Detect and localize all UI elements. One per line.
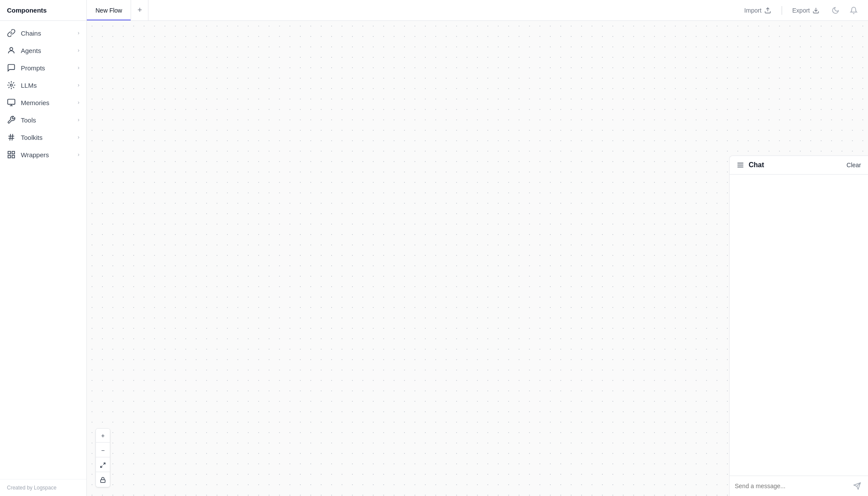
zoom-out-button[interactable]: − (96, 443, 110, 457)
app-header: Components New Flow + Import Export (0, 0, 868, 21)
notifications-button[interactable] (848, 5, 859, 16)
components-title: Components (0, 0, 87, 20)
canvas-controls: + − (95, 428, 110, 487)
zoom-in-button[interactable]: + (96, 429, 110, 443)
upload-icon (764, 7, 771, 14)
sidebar-items: Chains › Agents › (0, 21, 86, 479)
llms-icon (7, 81, 16, 89)
wrappers-chevron: › (78, 152, 79, 158)
llms-label: LLMs (21, 82, 72, 89)
svg-rect-11 (12, 155, 15, 158)
toolkits-icon (7, 133, 16, 142)
dark-mode-button[interactable] (830, 5, 841, 16)
import-button[interactable]: Import (741, 5, 775, 16)
import-label: Import (744, 7, 762, 14)
lock-icon (100, 477, 106, 483)
add-tab-button[interactable]: + (131, 0, 148, 20)
sidebar-item-prompts[interactable]: Prompts › (0, 59, 86, 76)
sidebar-item-llms[interactable]: LLMs › (0, 76, 86, 94)
svg-rect-12 (8, 155, 11, 158)
fit-icon (100, 462, 106, 468)
chat-send-button[interactable] (852, 480, 863, 492)
wrappers-label: Wrappers (21, 151, 72, 159)
zoom-out-label: − (101, 447, 105, 454)
wrappers-icon (7, 150, 16, 159)
bell-icon (850, 7, 858, 14)
toolkits-chevron: › (78, 134, 79, 140)
tools-chevron: › (78, 117, 79, 123)
sidebar: Chains › Agents › (0, 21, 87, 496)
chat-input[interactable] (735, 483, 848, 489)
svg-rect-4 (8, 99, 15, 105)
chat-title: Chat (749, 161, 764, 169)
chat-header: Chat Clear (730, 156, 868, 175)
main-layout: Chains › Agents › (0, 21, 868, 496)
chains-label: Chains (21, 30, 72, 37)
tab-new-flow[interactable]: New Flow (87, 0, 131, 20)
chat-header-left: Chat (736, 161, 764, 169)
export-button[interactable]: Export (789, 5, 823, 16)
toolkits-label: Toolkits (21, 134, 72, 141)
canvas-area[interactable]: + − (87, 21, 868, 496)
lock-button[interactable] (96, 473, 110, 487)
sidebar-item-chains[interactable]: Chains › (0, 24, 86, 42)
zoom-in-label: + (101, 432, 105, 439)
prompts-chevron: › (78, 65, 79, 71)
tools-label: Tools (21, 116, 72, 124)
prompts-label: Prompts (21, 64, 72, 72)
svg-point-2 (10, 47, 13, 50)
sidebar-item-agents[interactable]: Agents › (0, 42, 86, 59)
agents-chevron: › (78, 47, 79, 53)
sidebar-item-tools[interactable]: Tools › (0, 111, 86, 129)
svg-line-8 (12, 134, 13, 141)
prompts-icon (7, 63, 16, 72)
tools-icon (7, 116, 16, 124)
svg-point-3 (10, 84, 13, 86)
components-label: Components (7, 7, 47, 14)
export-label: Export (792, 7, 810, 14)
header-actions: Import Export (732, 5, 868, 16)
sidebar-item-toolkits[interactable]: Toolkits › (0, 129, 86, 146)
llms-chevron: › (78, 82, 79, 88)
svg-rect-9 (8, 152, 11, 154)
svg-rect-15 (101, 479, 105, 482)
chains-icon (7, 29, 16, 37)
menu-lines-icon (736, 161, 744, 169)
fit-button[interactable] (96, 458, 110, 472)
tab-label: New Flow (95, 7, 122, 14)
tabs-area: New Flow + (87, 0, 732, 20)
chat-clear-button[interactable]: Clear (847, 162, 861, 169)
chains-chevron: › (78, 30, 79, 36)
moon-icon (832, 7, 839, 14)
memories-icon (7, 98, 16, 107)
chat-panel: Chat Clear (729, 155, 868, 496)
svg-line-7 (10, 134, 11, 141)
chat-input-area (730, 476, 868, 496)
footer-label: Created by Logspace (7, 485, 56, 491)
download-icon (812, 7, 819, 14)
header-divider (782, 6, 782, 15)
sidebar-footer: Created by Logspace (0, 479, 86, 496)
memories-chevron: › (78, 99, 79, 106)
chat-clear-label: Clear (847, 162, 861, 169)
send-icon (853, 482, 861, 490)
sidebar-item-memories[interactable]: Memories › (0, 94, 86, 111)
agents-label: Agents (21, 47, 72, 54)
svg-rect-10 (12, 152, 15, 154)
chat-messages[interactable] (730, 175, 868, 476)
memories-label: Memories (21, 99, 72, 106)
agents-icon (7, 46, 16, 55)
sidebar-item-wrappers[interactable]: Wrappers › (0, 146, 86, 163)
